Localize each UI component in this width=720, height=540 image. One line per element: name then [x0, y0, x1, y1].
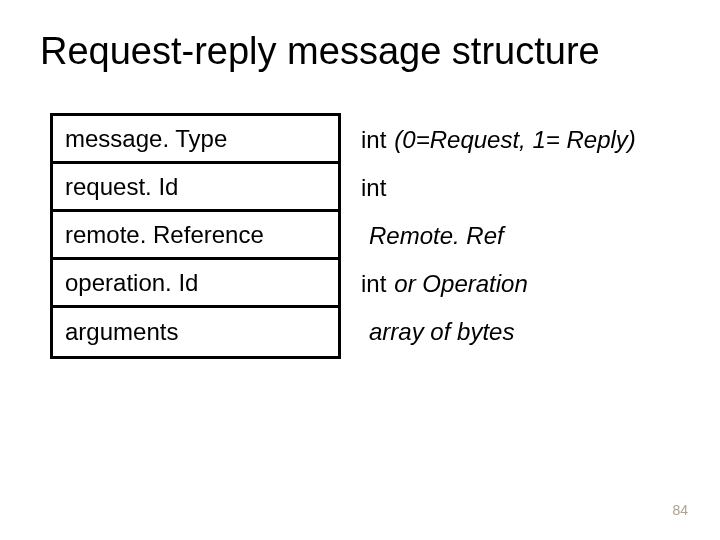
field-name-cell: remote. Reference — [53, 212, 338, 260]
type-description: (0=Request, 1= Reply) — [394, 126, 635, 154]
structure-table: message. Type request. Id remote. Refere… — [50, 113, 680, 359]
type-description: Remote. Ref — [369, 222, 504, 250]
slide: Request-reply message structure message.… — [0, 0, 720, 540]
field-name-cell: arguments — [53, 308, 338, 356]
field-name-cell: operation. Id — [53, 260, 338, 308]
field-names-column: message. Type request. Id remote. Refere… — [50, 113, 341, 359]
type-literal: int — [361, 174, 386, 202]
field-type-cell: Remote. Ref — [341, 212, 652, 260]
type-description: or Operation — [394, 270, 527, 298]
field-types-column: int (0=Request, 1= Reply) int Remote. Re… — [341, 113, 652, 359]
type-description: array of bytes — [369, 318, 514, 346]
field-type-cell: array of bytes — [341, 308, 652, 356]
page-number: 84 — [672, 502, 688, 518]
field-type-cell: int or Operation — [341, 260, 652, 308]
slide-title: Request-reply message structure — [40, 30, 680, 73]
field-name-cell: request. Id — [53, 164, 338, 212]
field-type-cell: int (0=Request, 1= Reply) — [341, 116, 652, 164]
type-literal: int — [361, 270, 386, 298]
field-type-cell: int — [341, 164, 652, 212]
field-name-cell: message. Type — [53, 116, 338, 164]
type-literal: int — [361, 126, 386, 154]
